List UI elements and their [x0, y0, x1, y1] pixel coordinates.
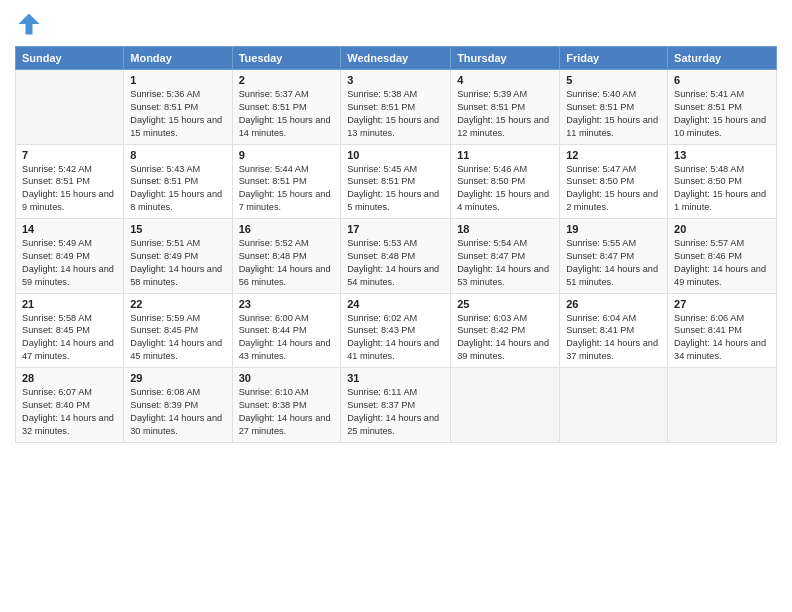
day-cell: 19 Sunrise: 5:55 AMSunset: 8:47 PMDaylig… — [560, 219, 668, 294]
day-info: Sunrise: 5:42 AMSunset: 8:51 PMDaylight:… — [22, 163, 117, 215]
day-cell: 23 Sunrise: 6:00 AMSunset: 8:44 PMDaylig… — [232, 293, 341, 368]
col-header-wednesday: Wednesday — [341, 47, 451, 70]
day-number: 27 — [674, 298, 770, 310]
day-info: Sunrise: 5:53 AMSunset: 8:48 PMDaylight:… — [347, 237, 444, 289]
day-number: 13 — [674, 149, 770, 161]
day-info: Sunrise: 5:57 AMSunset: 8:46 PMDaylight:… — [674, 237, 770, 289]
day-number: 29 — [130, 372, 225, 384]
day-info: Sunrise: 6:03 AMSunset: 8:42 PMDaylight:… — [457, 312, 553, 364]
day-info: Sunrise: 5:39 AMSunset: 8:51 PMDaylight:… — [457, 88, 553, 140]
day-info: Sunrise: 5:48 AMSunset: 8:50 PMDaylight:… — [674, 163, 770, 215]
day-cell: 6 Sunrise: 5:41 AMSunset: 8:51 PMDayligh… — [668, 70, 777, 145]
day-number: 19 — [566, 223, 661, 235]
header — [15, 10, 777, 38]
day-info: Sunrise: 6:02 AMSunset: 8:43 PMDaylight:… — [347, 312, 444, 364]
week-row-5: 28 Sunrise: 6:07 AMSunset: 8:40 PMDaylig… — [16, 368, 777, 443]
day-cell: 31 Sunrise: 6:11 AMSunset: 8:37 PMDaylig… — [341, 368, 451, 443]
day-cell: 18 Sunrise: 5:54 AMSunset: 8:47 PMDaylig… — [451, 219, 560, 294]
day-number: 5 — [566, 74, 661, 86]
day-cell: 10 Sunrise: 5:45 AMSunset: 8:51 PMDaylig… — [341, 144, 451, 219]
svg-marker-0 — [19, 14, 40, 35]
day-number: 30 — [239, 372, 335, 384]
week-row-3: 14 Sunrise: 5:49 AMSunset: 8:49 PMDaylig… — [16, 219, 777, 294]
day-cell: 2 Sunrise: 5:37 AMSunset: 8:51 PMDayligh… — [232, 70, 341, 145]
day-cell: 25 Sunrise: 6:03 AMSunset: 8:42 PMDaylig… — [451, 293, 560, 368]
day-cell: 21 Sunrise: 5:58 AMSunset: 8:45 PMDaylig… — [16, 293, 124, 368]
logo — [15, 10, 47, 38]
day-cell: 14 Sunrise: 5:49 AMSunset: 8:49 PMDaylig… — [16, 219, 124, 294]
day-number: 11 — [457, 149, 553, 161]
header-row: SundayMondayTuesdayWednesdayThursdayFrid… — [16, 47, 777, 70]
col-header-tuesday: Tuesday — [232, 47, 341, 70]
day-cell — [451, 368, 560, 443]
day-info: Sunrise: 5:38 AMSunset: 8:51 PMDaylight:… — [347, 88, 444, 140]
day-info: Sunrise: 5:52 AMSunset: 8:48 PMDaylight:… — [239, 237, 335, 289]
day-cell: 15 Sunrise: 5:51 AMSunset: 8:49 PMDaylig… — [124, 219, 232, 294]
day-number: 9 — [239, 149, 335, 161]
day-info: Sunrise: 5:49 AMSunset: 8:49 PMDaylight:… — [22, 237, 117, 289]
day-info: Sunrise: 5:41 AMSunset: 8:51 PMDaylight:… — [674, 88, 770, 140]
day-cell: 16 Sunrise: 5:52 AMSunset: 8:48 PMDaylig… — [232, 219, 341, 294]
day-info: Sunrise: 5:37 AMSunset: 8:51 PMDaylight:… — [239, 88, 335, 140]
day-cell: 7 Sunrise: 5:42 AMSunset: 8:51 PMDayligh… — [16, 144, 124, 219]
day-cell: 13 Sunrise: 5:48 AMSunset: 8:50 PMDaylig… — [668, 144, 777, 219]
day-number: 26 — [566, 298, 661, 310]
day-info: Sunrise: 6:07 AMSunset: 8:40 PMDaylight:… — [22, 386, 117, 438]
day-cell: 27 Sunrise: 6:06 AMSunset: 8:41 PMDaylig… — [668, 293, 777, 368]
day-number: 25 — [457, 298, 553, 310]
day-cell: 11 Sunrise: 5:46 AMSunset: 8:50 PMDaylig… — [451, 144, 560, 219]
day-info: Sunrise: 6:11 AMSunset: 8:37 PMDaylight:… — [347, 386, 444, 438]
day-info: Sunrise: 6:04 AMSunset: 8:41 PMDaylight:… — [566, 312, 661, 364]
day-info: Sunrise: 6:08 AMSunset: 8:39 PMDaylight:… — [130, 386, 225, 438]
week-row-2: 7 Sunrise: 5:42 AMSunset: 8:51 PMDayligh… — [16, 144, 777, 219]
day-number: 10 — [347, 149, 444, 161]
col-header-sunday: Sunday — [16, 47, 124, 70]
day-info: Sunrise: 6:10 AMSunset: 8:38 PMDaylight:… — [239, 386, 335, 438]
day-number: 6 — [674, 74, 770, 86]
day-info: Sunrise: 5:54 AMSunset: 8:47 PMDaylight:… — [457, 237, 553, 289]
week-row-4: 21 Sunrise: 5:58 AMSunset: 8:45 PMDaylig… — [16, 293, 777, 368]
day-info: Sunrise: 6:00 AMSunset: 8:44 PMDaylight:… — [239, 312, 335, 364]
day-cell: 1 Sunrise: 5:36 AMSunset: 8:51 PMDayligh… — [124, 70, 232, 145]
day-cell: 9 Sunrise: 5:44 AMSunset: 8:51 PMDayligh… — [232, 144, 341, 219]
day-number: 8 — [130, 149, 225, 161]
day-number: 3 — [347, 74, 444, 86]
day-cell — [560, 368, 668, 443]
col-header-saturday: Saturday — [668, 47, 777, 70]
logo-icon — [15, 10, 43, 38]
day-info: Sunrise: 5:51 AMSunset: 8:49 PMDaylight:… — [130, 237, 225, 289]
day-cell: 20 Sunrise: 5:57 AMSunset: 8:46 PMDaylig… — [668, 219, 777, 294]
day-info: Sunrise: 5:47 AMSunset: 8:50 PMDaylight:… — [566, 163, 661, 215]
day-info: Sunrise: 5:46 AMSunset: 8:50 PMDaylight:… — [457, 163, 553, 215]
day-number: 24 — [347, 298, 444, 310]
day-number: 17 — [347, 223, 444, 235]
day-number: 22 — [130, 298, 225, 310]
day-cell: 4 Sunrise: 5:39 AMSunset: 8:51 PMDayligh… — [451, 70, 560, 145]
day-cell: 3 Sunrise: 5:38 AMSunset: 8:51 PMDayligh… — [341, 70, 451, 145]
day-number: 4 — [457, 74, 553, 86]
day-info: Sunrise: 6:06 AMSunset: 8:41 PMDaylight:… — [674, 312, 770, 364]
day-cell: 29 Sunrise: 6:08 AMSunset: 8:39 PMDaylig… — [124, 368, 232, 443]
day-number: 20 — [674, 223, 770, 235]
day-number: 1 — [130, 74, 225, 86]
col-header-monday: Monday — [124, 47, 232, 70]
day-info: Sunrise: 5:43 AMSunset: 8:51 PMDaylight:… — [130, 163, 225, 215]
day-number: 2 — [239, 74, 335, 86]
day-number: 14 — [22, 223, 117, 235]
day-info: Sunrise: 5:40 AMSunset: 8:51 PMDaylight:… — [566, 88, 661, 140]
day-cell: 24 Sunrise: 6:02 AMSunset: 8:43 PMDaylig… — [341, 293, 451, 368]
day-cell — [668, 368, 777, 443]
day-cell: 5 Sunrise: 5:40 AMSunset: 8:51 PMDayligh… — [560, 70, 668, 145]
col-header-friday: Friday — [560, 47, 668, 70]
day-cell: 30 Sunrise: 6:10 AMSunset: 8:38 PMDaylig… — [232, 368, 341, 443]
day-number: 18 — [457, 223, 553, 235]
day-cell: 26 Sunrise: 6:04 AMSunset: 8:41 PMDaylig… — [560, 293, 668, 368]
day-cell: 17 Sunrise: 5:53 AMSunset: 8:48 PMDaylig… — [341, 219, 451, 294]
week-row-1: 1 Sunrise: 5:36 AMSunset: 8:51 PMDayligh… — [16, 70, 777, 145]
day-info: Sunrise: 5:59 AMSunset: 8:45 PMDaylight:… — [130, 312, 225, 364]
day-info: Sunrise: 5:36 AMSunset: 8:51 PMDaylight:… — [130, 88, 225, 140]
day-info: Sunrise: 5:58 AMSunset: 8:45 PMDaylight:… — [22, 312, 117, 364]
day-number: 28 — [22, 372, 117, 384]
day-cell — [16, 70, 124, 145]
day-number: 15 — [130, 223, 225, 235]
